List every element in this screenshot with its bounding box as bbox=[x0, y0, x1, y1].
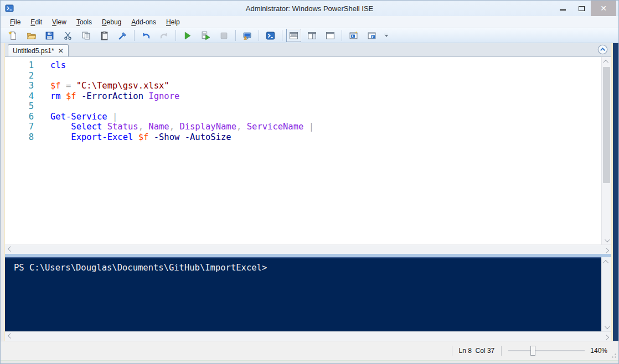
scroll-down-arrow[interactable] bbox=[602, 323, 611, 331]
scroll-right-arrow[interactable] bbox=[602, 245, 611, 254]
window-title: Administrator: Windows PowerShell ISE bbox=[1, 4, 618, 13]
new-script-icon bbox=[8, 31, 18, 40]
line-number: 6 bbox=[5, 112, 37, 122]
run-script-icon bbox=[183, 31, 192, 40]
collapse-script-pane-button[interactable] bbox=[597, 44, 608, 55]
menu-help[interactable]: Help bbox=[161, 17, 185, 28]
toolbar-separator bbox=[259, 30, 259, 41]
code-line[interactable]: 1cls bbox=[5, 60, 601, 71]
line-number: 1 bbox=[5, 60, 37, 71]
cursor-position: Ln 8 Col 37 bbox=[459, 347, 495, 355]
open-script-button[interactable] bbox=[24, 29, 39, 42]
chevron-up-icon bbox=[603, 59, 608, 65]
toolbar-separator bbox=[176, 30, 176, 41]
show-script-pane-maximized-button[interactable] bbox=[323, 29, 338, 42]
close-button[interactable]: ✕ bbox=[591, 1, 616, 16]
stop-operation-button[interactable] bbox=[216, 29, 231, 42]
new-powershell-tab-button[interactable] bbox=[346, 29, 361, 42]
clear-console-pane-button[interactable] bbox=[115, 29, 130, 42]
undo-button[interactable] bbox=[138, 29, 153, 42]
code-line[interactable]: 4rm $f -ErrorAction Ignore bbox=[5, 91, 601, 102]
powershell-ise-window: Administrator: Windows PowerShell ISE ✕ … bbox=[0, 0, 619, 364]
new-powershell-tab-icon bbox=[349, 31, 358, 40]
menu-file[interactable]: File bbox=[5, 17, 25, 28]
chevron-down-icon bbox=[605, 324, 610, 329]
toolbar-overflow-button[interactable] bbox=[384, 34, 388, 37]
toolbar bbox=[1, 28, 618, 43]
menu-view[interactable]: View bbox=[47, 17, 71, 28]
new-remote-powershell-tab-icon bbox=[243, 31, 252, 40]
close-icon: ✕ bbox=[600, 4, 607, 12]
clear-console-pane-icon bbox=[118, 31, 127, 40]
scroll-left-arrow[interactable] bbox=[5, 332, 14, 341]
console-prompt: PS C:\Users\Douglas\Documents\GitHub\Imp… bbox=[14, 263, 267, 273]
menu-tools[interactable]: Tools bbox=[71, 17, 97, 28]
toolbar-separator bbox=[134, 30, 135, 41]
status-bar: Ln 8 Col 37 140% bbox=[1, 341, 618, 360]
start-powershell-exe-button[interactable] bbox=[263, 29, 278, 42]
new-remote-powershell-tab-button[interactable] bbox=[240, 29, 255, 42]
console-horizontal-scrollbar[interactable] bbox=[5, 331, 611, 341]
script-editor[interactable]: 1cls23$f = "C:\Temp\gsv.xlsx"4rm $f -Err… bbox=[5, 57, 601, 245]
scroll-up-arrow[interactable] bbox=[602, 57, 611, 66]
window-frame-right bbox=[611, 43, 618, 341]
run-selection-icon bbox=[201, 31, 210, 40]
scroll-up-arrow[interactable] bbox=[602, 257, 611, 266]
show-script-pane-right-button[interactable] bbox=[305, 29, 319, 42]
editor-horizontal-scrollbar[interactable] bbox=[5, 245, 611, 254]
chevron-down-icon bbox=[605, 237, 610, 242]
console-vertical-scrollbar[interactable] bbox=[601, 257, 611, 331]
zoom-slider-track[interactable] bbox=[508, 350, 585, 351]
editor-scrollbar-thumb[interactable] bbox=[603, 67, 610, 183]
line-number: 3 bbox=[5, 81, 37, 91]
new-script-button[interactable] bbox=[6, 29, 20, 42]
tab-untitled5[interactable]: Untitled5.ps1* ✕ bbox=[8, 44, 69, 56]
menu-debug[interactable]: Debug bbox=[97, 17, 126, 28]
console-pane[interactable]: PS C:\Users\Douglas\Documents\GitHub\Imp… bbox=[5, 257, 601, 331]
window-frame-left bbox=[1, 43, 5, 341]
scroll-left-arrow[interactable] bbox=[5, 245, 14, 254]
editor-vertical-scrollbar[interactable] bbox=[601, 57, 611, 245]
tab-bar: Untitled5.ps1* ✕ bbox=[5, 43, 611, 56]
line-number: 5 bbox=[5, 101, 37, 112]
statusbar-separator bbox=[452, 346, 452, 356]
menu-bar: FileEditViewToolsDebugAdd-onsHelp bbox=[1, 16, 618, 28]
cut-icon bbox=[63, 31, 73, 40]
start-powershell-exe-icon bbox=[266, 31, 275, 40]
show-script-pane-right-icon bbox=[307, 31, 317, 40]
run-selection-button[interactable] bbox=[198, 29, 213, 42]
minimize-button[interactable] bbox=[553, 1, 572, 16]
scroll-right-arrow[interactable] bbox=[602, 332, 611, 341]
tab-close-icon[interactable]: ✕ bbox=[58, 48, 64, 54]
title-bar[interactable]: Administrator: Windows PowerShell ISE ✕ bbox=[1, 1, 618, 16]
code-line[interactable]: 5 bbox=[5, 101, 601, 112]
show-powershell-window-button[interactable] bbox=[364, 29, 379, 42]
show-script-pane-top-button[interactable] bbox=[286, 29, 301, 42]
code-line[interactable]: 2 bbox=[5, 71, 601, 81]
scroll-down-arrow[interactable] bbox=[602, 236, 611, 245]
copy-button[interactable] bbox=[79, 29, 94, 42]
code-line[interactable]: 3$f = "C:\Temp\gsv.xlsx" bbox=[5, 81, 601, 91]
chevron-up-icon bbox=[603, 259, 608, 265]
code-line[interactable]: 8 Export-Excel $f -Show -AutoSize bbox=[5, 132, 601, 143]
run-script-button[interactable] bbox=[180, 29, 195, 42]
chevron-left-icon bbox=[7, 333, 13, 339]
maximize-icon bbox=[579, 6, 585, 11]
save-script-button[interactable] bbox=[42, 29, 57, 42]
code-line[interactable]: 6Get-Service | bbox=[5, 112, 601, 122]
toolbar-separator bbox=[235, 30, 236, 41]
zoom-slider[interactable] bbox=[508, 346, 585, 356]
redo-button[interactable] bbox=[157, 29, 172, 42]
paste-icon bbox=[100, 31, 109, 40]
menu-edit[interactable]: Edit bbox=[25, 17, 47, 28]
zoom-percentage: 140% bbox=[590, 347, 607, 355]
paste-button[interactable] bbox=[97, 29, 112, 42]
maximize-button[interactable] bbox=[572, 1, 591, 16]
statusbar-separator bbox=[501, 346, 502, 356]
chevron-right-icon bbox=[603, 247, 609, 253]
menu-add-ons[interactable]: Add-ons bbox=[126, 17, 161, 28]
resize-grip[interactable] bbox=[610, 351, 617, 358]
cut-button[interactable] bbox=[60, 29, 75, 42]
zoom-slider-thumb[interactable] bbox=[530, 346, 535, 356]
code-line[interactable]: 7 Select Status, Name, DisplayName, Serv… bbox=[5, 122, 601, 132]
